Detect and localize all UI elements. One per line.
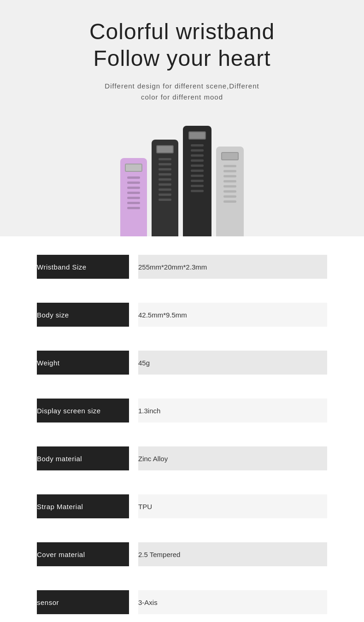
table-row: Cover material2.5 Tempered	[37, 542, 327, 566]
row-spacer	[37, 375, 327, 399]
spec-value: 42.5mm*9.5mm	[138, 303, 327, 327]
hero-title-line1: Colorful wristband	[89, 19, 275, 44]
spec-gap	[129, 303, 138, 327]
band-black-large	[183, 126, 211, 236]
spec-value: 2.5 Tempered	[138, 542, 327, 566]
spec-gap	[129, 351, 138, 375]
spec-value: 45g	[138, 351, 327, 375]
spec-gap	[129, 399, 138, 422]
spec-label: sensor	[37, 590, 129, 614]
hero-title-line2: Follow your heart	[93, 46, 270, 70]
row-spacer	[37, 327, 327, 351]
spec-gap	[129, 542, 138, 566]
spec-gap	[129, 255, 138, 279]
bands-visual	[9, 117, 355, 236]
row-spacer	[37, 470, 327, 494]
specs-section: Wristband Size255mm*20mm*2.3mmBody size4…	[0, 236, 364, 622]
spec-value: 3-Axis	[138, 590, 327, 614]
row-spacer	[37, 422, 327, 446]
spec-value: TPU	[138, 494, 327, 518]
row-spacer	[37, 614, 327, 622]
band-black-medium	[152, 140, 178, 236]
specs-table: Wristband Size255mm*20mm*2.3mmBody size4…	[37, 255, 327, 622]
table-row: Body materialZinc Alloy	[37, 446, 327, 470]
spec-label: Body size	[37, 303, 129, 327]
spec-gap	[129, 590, 138, 614]
spec-gap	[129, 494, 138, 518]
table-row: sensor3-Axis	[37, 590, 327, 614]
table-row: Body size42.5mm*9.5mm	[37, 303, 327, 327]
band-gray	[216, 147, 244, 236]
hero-subtitle: Different design for different scene,Dif…	[9, 81, 355, 103]
table-row: Strap MaterialTPU	[37, 494, 327, 518]
table-row: Wristband Size255mm*20mm*2.3mm	[37, 255, 327, 279]
spec-label: Weight	[37, 351, 129, 375]
hero-section: Colorful wristband Follow your heart Dif…	[0, 0, 364, 236]
spec-value: 255mm*20mm*2.3mm	[138, 255, 327, 279]
spec-value: Zinc Alloy	[138, 446, 327, 470]
spec-label: Wristband Size	[37, 255, 129, 279]
spec-label: Body material	[37, 446, 129, 470]
spec-gap	[129, 446, 138, 470]
spec-label: Display screen size	[37, 399, 129, 422]
row-spacer	[37, 279, 327, 303]
row-spacer	[37, 566, 327, 590]
hero-title: Colorful wristband Follow your heart	[9, 18, 355, 71]
band-purple	[120, 158, 147, 236]
spec-value: 1.3inch	[138, 399, 327, 422]
row-spacer	[37, 518, 327, 542]
spec-label: Cover material	[37, 542, 129, 566]
table-row: Weight45g	[37, 351, 327, 375]
spec-label: Strap Material	[37, 494, 129, 518]
table-row: Display screen size1.3inch	[37, 399, 327, 422]
